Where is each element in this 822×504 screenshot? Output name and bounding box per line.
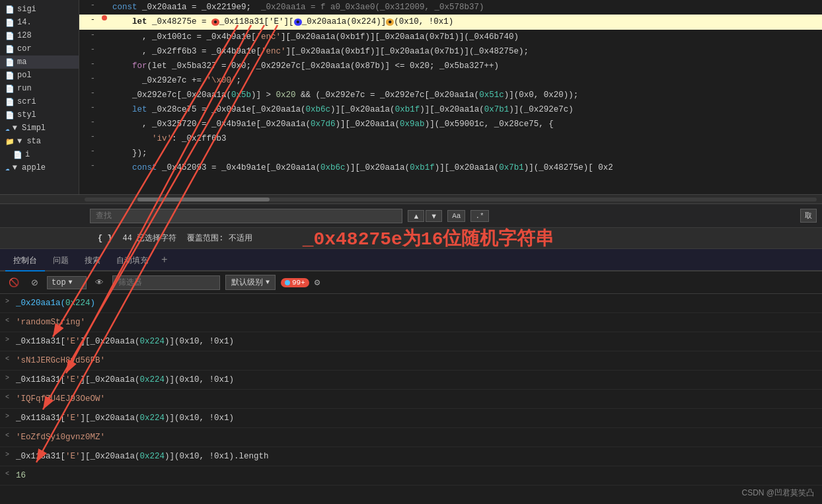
code-editor-panel[interactable]: - const _0x20aa1a = _0x2219e9; _0x20aa1a…: [79, 0, 822, 194]
tab-add-button[interactable]: +: [156, 250, 173, 270]
devtools-tab-bar: 控制台 问题 搜索 自动填充 +: [0, 249, 822, 271]
sidebar-item-styl[interactable]: 📄 styl: [0, 108, 79, 122]
console-entry-2[interactable]: < 'randomString': [0, 313, 822, 332]
sidebar-item-label: pol: [17, 71, 32, 80]
entry-arrow-left: <: [5, 317, 9, 324]
code-line-12: - const _0x452093 = _0x4b9a1e[_0x20aa1a(…: [79, 161, 822, 175]
log-level-dropdown[interactable]: 默认级别 ▼: [225, 275, 276, 290]
entry-arrow-right: >: [5, 375, 9, 382]
error-dot-icon: [285, 280, 290, 285]
error-count: 99+: [292, 279, 305, 287]
result-text: 'sN1JERGcH8yd56FB': [16, 356, 105, 365]
search-regex[interactable]: .*: [470, 210, 488, 222]
entry-content: 'randomString': [16, 316, 817, 329]
tab-search[interactable]: 搜索: [77, 251, 108, 271]
console-entry-5[interactable]: > _0x118a31['E'][_0x20aa1a(0x224)](0x10,…: [0, 371, 822, 390]
console-entry-9[interactable]: > _0x118a31['E'][_0x20aa1a(0x224)](0x10,…: [0, 447, 822, 466]
block-icon: ⊘: [31, 277, 38, 287]
search-input[interactable]: [90, 209, 402, 223]
folder-icon: 📁: [5, 137, 15, 146]
devtools-section: 控制台 问题 搜索 自动填充 + 🚫 ⊘ top ▼ 👁 默认级别: [0, 249, 822, 504]
scrollbar-thumb[interactable]: [137, 198, 270, 201]
dropdown-chevron-icon: ▼: [69, 279, 73, 286]
error-count-badge: 99+: [281, 278, 309, 287]
line-content: , _0x1001c = _0x4b9a1e['enc'][_0x20aa1a(…: [110, 30, 822, 44]
tab-issues[interactable]: 问题: [45, 251, 77, 271]
line-content-highlighted: let _0x48275e = ●_0x118a31['E'][●_0x20aa…: [110, 15, 822, 29]
console-entry-7[interactable]: > _0x118a31['E'][_0x20aa1a(0x224)](0x10,…: [0, 409, 822, 428]
sidebar-item-scri[interactable]: 📄 scri: [0, 95, 79, 108]
sidebar-item-sigi[interactable]: 📄 sigi: [0, 3, 79, 16]
search-bar: ▲ ▼ Aa .* 取: [0, 204, 822, 228]
line-content: });: [110, 147, 822, 160]
code-text: _0x20aa1a(0x224): [16, 299, 95, 308]
console-entry-8[interactable]: < 'EoZfdSyi0gvnz0MZ': [0, 428, 822, 447]
search-next-button[interactable]: ▼: [426, 210, 442, 222]
scrollbar-track[interactable]: [85, 198, 817, 201]
sidebar-item-i[interactable]: 📄 i: [0, 148, 79, 161]
sidebar-item-14[interactable]: 📄 14.: [0, 16, 79, 29]
sidebar-item-cor[interactable]: 📄 cor: [0, 42, 79, 55]
sidebar-item-sta[interactable]: 📁 ▼ sta: [0, 135, 79, 148]
search-extra-option[interactable]: 取: [800, 209, 817, 223]
entry-arrow-left: <: [5, 432, 9, 439]
code-line-4: - , _0x2ff6b3 = _0x4b9a1e['enc'][_0x20aa…: [79, 44, 822, 59]
settings-gear-icon[interactable]: ⚙: [315, 277, 320, 288]
search-prev-button[interactable]: ▲: [408, 210, 424, 222]
sidebar-item-label: 14.: [17, 18, 32, 27]
sidebar-item-ma[interactable]: 📄 ma: [0, 55, 79, 69]
eye-icon: 👁: [95, 277, 104, 287]
tab-console[interactable]: 控制台: [5, 251, 45, 271]
breakpoint-dot: [102, 15, 107, 20]
console-entry-4[interactable]: < 'sN1JERGcH8yd56FB': [0, 351, 822, 371]
file-icon: 📄: [5, 85, 15, 93]
tab-autocomplete[interactable]: 自动填充: [108, 251, 156, 271]
filter-input[interactable]: [112, 275, 220, 290]
search-case-sensitive[interactable]: Aa: [447, 210, 465, 222]
code-text: _0x118a31['E'][_0x20aa1a(0x224)](0x10, !…: [16, 452, 269, 461]
sidebar-item-label: i: [25, 150, 30, 159]
sidebar-item-apple[interactable]: ☁ ▼ apple: [0, 161, 79, 174]
context-selector[interactable]: top ▼: [47, 276, 87, 289]
sidebar-item-pol[interactable]: 📄 pol: [0, 69, 79, 82]
console-entry-3[interactable]: > _0x118a31['E'][_0x20aa1a(0x224)](0x10,…: [0, 332, 822, 351]
code-line-8: - let _0x28ce75 = _0x09a1e[_0x20aa1a(0xb…: [79, 102, 822, 117]
code-line-5: - for(let _0x5ba327 = 0x0; _0x292e7c[_0x…: [79, 59, 822, 73]
result-text: 'IQFqfZU4EJ93OeOW': [16, 394, 105, 404]
file-icon: 📄: [5, 18, 15, 27]
line-number: -: [79, 1, 99, 10]
file-icon: 📄: [13, 151, 22, 159]
sidebar-item-run[interactable]: 📄 run: [0, 82, 79, 95]
console-entry-10[interactable]: < 16: [0, 466, 822, 486]
code-line-11: - });: [79, 146, 822, 161]
line-content: , _0x2ff6b3 = _0x4b9a1e['enc'][_0x20aa1a…: [110, 45, 822, 58]
console-entry-6[interactable]: < 'IQFqfZU4EJ93OeOW': [0, 390, 822, 409]
line-content: const _0x20aa1a = _0x2219e9; _0x20aa1a =…: [110, 1, 822, 14]
result-text: 'randomString': [16, 318, 85, 327]
console-entry-1[interactable]: > _0x20aa1a(0x224): [0, 294, 822, 313]
sidebar-item-label: sigi: [17, 5, 36, 14]
entry-content: _0x20aa1a(0x224): [16, 297, 817, 310]
block-requests-button[interactable]: ⊘: [28, 275, 42, 289]
console-output[interactable]: > _0x20aa1a(0x224) < 'randomString' > _0…: [0, 294, 822, 504]
sidebar-item-label: scri: [17, 97, 36, 106]
context-value: top: [52, 278, 66, 287]
sidebar-item-label: ▼ Simpl: [13, 124, 46, 133]
cloud-icon: ☁: [5, 164, 10, 172]
sidebar-item-128[interactable]: 📄 128: [0, 29, 79, 42]
entry-arrow-right: >: [5, 336, 9, 343]
clear-console-button[interactable]: 🚫: [5, 275, 22, 289]
line-number: -: [79, 147, 99, 156]
code-text: _0x118a31['E'][_0x20aa1a(0x224)](0x10, !…: [16, 337, 234, 346]
entry-arrow-left: <: [5, 355, 9, 363]
status-bar: { } 44 已选择字符 覆盖范围: 不适用 _0x48275e为16位随机字符…: [0, 228, 822, 249]
entry-content: 'IQFqfZU4EJ93OeOW': [16, 392, 817, 406]
entry-arrow-left: <: [5, 470, 9, 478]
entry-content: _0x118a31['E'][_0x20aa1a(0x224)](0x10, !…: [16, 373, 817, 386]
eye-filter-button[interactable]: 👁: [92, 275, 107, 289]
horizontal-scrollbar[interactable]: [0, 195, 822, 204]
line-number: -: [79, 59, 99, 69]
sidebar-item-simpl[interactable]: ☁ ▼ Simpl: [0, 122, 79, 135]
entry-content: _0x118a31['E'][_0x20aa1a(0x224)](0x10, !…: [16, 450, 817, 463]
line-content: _0x292e7c += '\x00';: [110, 74, 822, 87]
